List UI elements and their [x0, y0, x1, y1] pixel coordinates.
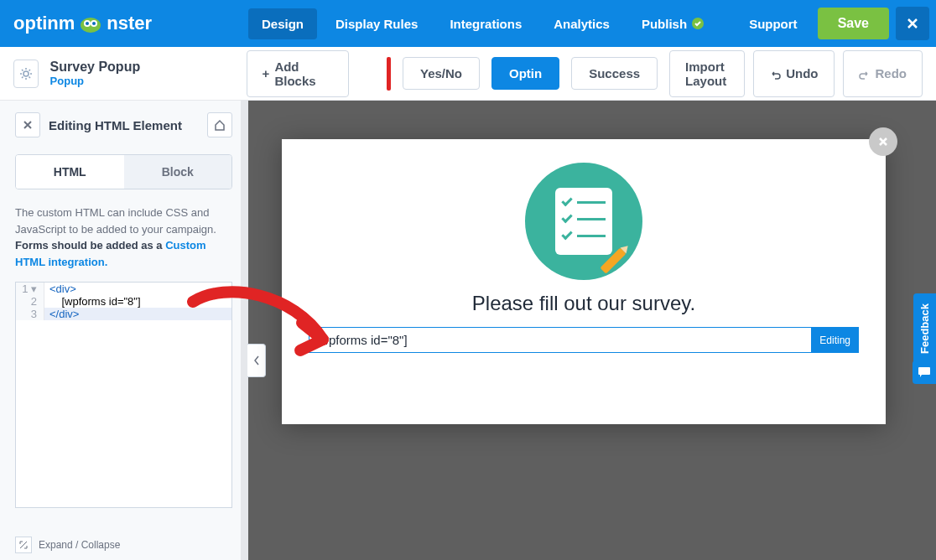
line-number: 2 [16, 295, 44, 308]
expand-icon [15, 537, 32, 553]
toolbar-right: Import Layout Undo Redo [669, 50, 923, 97]
sidebar-home-button[interactable] [207, 112, 232, 137]
nav-publish[interactable]: Publish [628, 8, 717, 39]
help-pre: The custom HTML can include CSS and Java… [15, 206, 216, 236]
chevron-left-icon [253, 355, 260, 366]
gear-icon [18, 66, 34, 81]
sidebar-title: Editing HTML Element [49, 118, 199, 132]
undo-label: Undo [786, 66, 818, 80]
sidebar-close-button[interactable] [15, 112, 40, 137]
svg-point-0 [81, 18, 101, 33]
redo-label: Redo [876, 66, 907, 80]
close-icon [23, 121, 32, 129]
sidebar-scrollbar[interactable] [241, 101, 247, 560]
sub-toolbar: Survey Popup Popup + Add Blocks Yes/No O… [0, 47, 936, 101]
import-layout-button[interactable]: Import Layout [669, 50, 745, 97]
redo-icon [859, 68, 871, 80]
add-blocks-button[interactable]: + Add Blocks [247, 50, 349, 97]
code-content: [wpforms id="8"] [44, 295, 141, 308]
html-block-element[interactable]: [wpforms id="8"] Editing [309, 327, 859, 353]
check-circle-icon [692, 18, 704, 29]
feedback-icon-button[interactable] [913, 360, 936, 384]
svg-point-3 [86, 22, 89, 25]
popup-title[interactable]: Please fill out our survey. [472, 292, 695, 315]
campaign-meta: Survey Popup Popup [50, 60, 235, 87]
nav-design[interactable]: Design [248, 8, 317, 39]
preview-canvas: Please fill out our survey. [wpforms id=… [248, 101, 936, 560]
step-optin[interactable]: Optin [491, 57, 559, 90]
svg-point-6 [23, 71, 29, 76]
step-success[interactable]: Success [571, 57, 658, 90]
workspace: Editing HTML Element HTML Block The cust… [0, 101, 936, 560]
svg-point-4 [92, 22, 96, 25]
line-number: 1 ▾ [16, 283, 44, 295]
sidebar-header: Editing HTML Element [15, 112, 232, 137]
feedback-tab[interactable]: Feedback [913, 293, 936, 364]
undo-button[interactable]: Undo [753, 50, 834, 97]
campaign-type[interactable]: Popup [50, 75, 235, 87]
nav-integrations[interactable]: Integrations [436, 8, 535, 39]
monster-icon [78, 13, 103, 34]
nav-tabs: Design Display Rules Integrations Analyt… [248, 8, 729, 39]
shortcode-text: [wpforms id="8"] [316, 333, 408, 347]
html-code-editor[interactable]: 1 ▾ <div> 2 [wpforms id="8"] 3 </div> [15, 282, 232, 508]
step-yesno[interactable]: Yes/No [403, 57, 480, 90]
save-button[interactable]: Save [818, 8, 889, 39]
home-icon [214, 119, 226, 131]
close-app-button[interactable] [896, 7, 929, 40]
expand-label: Expand / Collapse [39, 539, 120, 551]
line-number: 3 [16, 308, 44, 320]
svg-rect-7 [918, 367, 930, 375]
campaign-title: Survey Popup [50, 60, 235, 75]
nav-publish-label: Publish [642, 17, 687, 31]
tab-block[interactable]: Block [124, 155, 232, 189]
redo-button[interactable]: Redo [843, 50, 923, 97]
survey-badge-icon [525, 163, 642, 280]
tab-html[interactable]: HTML [16, 155, 124, 189]
brand-logo: optinm nster [7, 13, 242, 34]
top-nav: optinm nster Design Display Rules Integr… [0, 0, 936, 47]
popup-close-button[interactable] [869, 127, 897, 156]
close-icon [877, 136, 889, 148]
step-indicator-marker [387, 57, 391, 91]
help-bold: Forms should be added as a [15, 239, 165, 251]
editing-badge: Editing [811, 327, 859, 353]
sidebar-help-text: The custom HTML can include CSS and Java… [15, 205, 232, 270]
plus-icon: + [263, 66, 270, 80]
nav-display-rules[interactable]: Display Rules [322, 8, 431, 39]
nav-right: Support Save [736, 7, 929, 40]
campaign-type-icon [13, 60, 39, 88]
popup-preview[interactable]: Please fill out our survey. [wpforms id=… [282, 139, 886, 424]
nav-analytics[interactable]: Analytics [540, 8, 623, 39]
add-blocks-label: Add Blocks [274, 60, 332, 88]
nav-support[interactable]: Support [736, 8, 811, 39]
sidebar-collapse-handle[interactable] [247, 344, 266, 377]
sidebar-tabs: HTML Block [15, 154, 232, 189]
expand-collapse-toggle[interactable]: Expand / Collapse [15, 537, 120, 553]
sidebar-panel: Editing HTML Element HTML Block The cust… [0, 101, 248, 560]
close-icon [907, 18, 918, 29]
chat-icon [918, 366, 931, 378]
undo-icon [769, 68, 781, 80]
